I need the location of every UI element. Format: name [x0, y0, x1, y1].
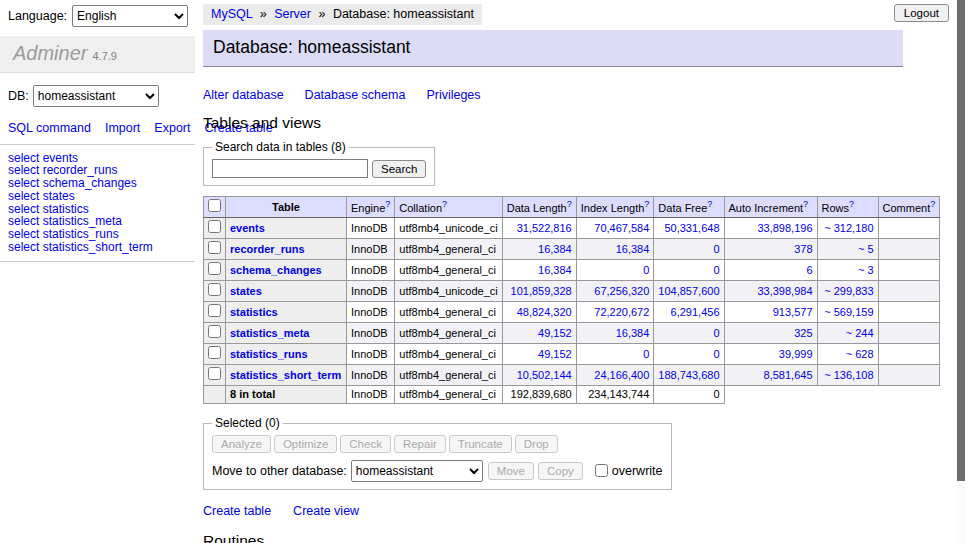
help-link[interactable]: ?: [930, 199, 935, 209]
help-link[interactable]: ?: [644, 199, 649, 209]
tables-and-views-heading: Tables and views: [203, 114, 903, 132]
db-select[interactable]: homeassistant: [33, 85, 159, 107]
row-checkbox[interactable]: [208, 367, 221, 380]
table-name-cell: statistics_meta: [226, 323, 347, 344]
selected-actions: AnalyzeOptimizeCheckRepairTruncateDrop: [212, 435, 663, 453]
column-header-collation: Collation?: [395, 197, 502, 218]
breadcrumb-mysql-link[interactable]: MySQL: [211, 7, 252, 21]
sidebar-select-states-link[interactable]: select states: [8, 190, 195, 203]
column-header-engine: Engine?: [347, 197, 395, 218]
repair-button: Repair: [394, 435, 446, 453]
create-table-link[interactable]: Create table: [203, 504, 271, 518]
column-header-index-length: Index Length?: [576, 197, 654, 218]
total-collation-cell: utf8mb4_general_ci: [395, 386, 502, 404]
breadcrumb-server-link[interactable]: Server: [274, 7, 311, 21]
column-label: Collation: [399, 201, 442, 213]
import-link[interactable]: Import: [105, 121, 140, 135]
column-label: Auto Increment: [729, 201, 804, 213]
table-name-link[interactable]: states: [230, 285, 262, 297]
table-name-link[interactable]: statistics_runs: [230, 348, 308, 360]
column-header-table: Table: [226, 197, 347, 218]
table-name-cell: statistics_runs: [226, 344, 347, 365]
collation-cell: utf8mb4_unicode_ci: [395, 281, 502, 302]
auto-increment-cell: 8,581,645: [724, 365, 817, 386]
breadcrumb-separator: »: [260, 7, 267, 21]
alter-database-link[interactable]: Alter database: [203, 88, 284, 102]
help-link[interactable]: ?: [442, 199, 447, 209]
row-checkbox[interactable]: [208, 262, 221, 275]
comment-cell: [878, 365, 940, 386]
privileges-link[interactable]: Privileges: [426, 88, 480, 102]
table-name-link[interactable]: statistics_short_term: [230, 369, 341, 381]
select-all-checkbox[interactable]: [208, 199, 221, 212]
select-all-cell: [204, 197, 226, 218]
page-title: Database: homeassistant: [203, 30, 903, 67]
database-actions: Alter databaseDatabase schemaPrivileges: [203, 88, 903, 102]
row-checkbox[interactable]: [208, 283, 221, 296]
engine-cell: InnoDB: [347, 344, 395, 365]
create-links: Create tableCreate view: [203, 504, 903, 518]
help-link[interactable]: ?: [849, 199, 854, 209]
row-checkbox[interactable]: [208, 325, 221, 338]
row-checkbox-cell: [204, 365, 226, 386]
table-name-link[interactable]: statistics: [230, 306, 278, 318]
row-checkbox[interactable]: [208, 304, 221, 317]
engine-cell: InnoDB: [347, 281, 395, 302]
auto-increment-cell: 325: [724, 323, 817, 344]
sidebar-actions: SQL commandImportExportCreate table: [8, 121, 187, 136]
table-row-statistics-runs: statistics_runsInnoDButf8mb4_general_ci4…: [204, 344, 940, 365]
table-name-cell: recorder_runs: [226, 239, 347, 260]
help-link[interactable]: ?: [385, 199, 390, 209]
auto-increment-cell: 913,577: [724, 302, 817, 323]
scrollbar-thumb[interactable]: [957, 0, 965, 481]
help-link[interactable]: ?: [567, 199, 572, 209]
breadcrumb: MySQL » Server » Database: homeassistant: [203, 4, 482, 25]
app-name: Adminer: [13, 42, 87, 64]
sidebar: Language:English Adminer4.7.9 DB:homeass…: [0, 0, 195, 262]
check-button: Check: [340, 435, 391, 453]
data-length-cell: 31,522,816: [502, 218, 576, 239]
main-content: MySQL » Server » Database: homeassistant…: [203, 0, 903, 543]
index-length-cell: 67,256,320: [576, 281, 654, 302]
sidebar-divider: [0, 144, 195, 145]
row-checkbox[interactable]: [208, 241, 221, 254]
auto-increment-cell: 6: [724, 260, 817, 281]
help-link[interactable]: ?: [707, 199, 712, 209]
column-header-rows: Rows?: [817, 197, 878, 218]
tables-tbody: eventsInnoDButf8mb4_unicode_ci31,522,816…: [204, 218, 940, 404]
overwrite-checkbox[interactable]: [595, 464, 608, 477]
row-checkbox[interactable]: [208, 220, 221, 233]
create-view-link[interactable]: Create view: [293, 504, 359, 518]
column-header-comment: Comment?: [878, 197, 940, 218]
language-select[interactable]: English: [72, 5, 188, 27]
data-free-cell: 0: [654, 239, 724, 260]
row-checkbox-cell: [204, 239, 226, 260]
total-data-free-cell: 0: [654, 386, 724, 404]
database-schema-link[interactable]: Database schema: [305, 88, 406, 102]
search-button[interactable]: Search: [372, 160, 426, 178]
sidebar-select-schema-changes-link[interactable]: select schema_changes: [8, 177, 195, 190]
sidebar-select-statistics-short-term-link[interactable]: select statistics_short_term: [8, 241, 195, 254]
search-input[interactable]: [212, 159, 368, 178]
collation-cell: utf8mb4_general_ci: [395, 260, 502, 281]
table-name-link[interactable]: recorder_runs: [230, 243, 305, 255]
move-database-select[interactable]: homeassistant: [351, 460, 483, 482]
table-name-link[interactable]: statistics_meta: [230, 327, 310, 339]
table-name-link[interactable]: schema_changes: [230, 264, 322, 276]
total-data-length-cell: 192,839,680: [502, 386, 576, 404]
sql-command-link[interactable]: SQL command: [8, 121, 91, 135]
table-total-row: 8 in totalInnoDButf8mb4_general_ci192,83…: [204, 386, 940, 404]
table-name-link[interactable]: events: [230, 222, 265, 234]
row-checkbox[interactable]: [208, 346, 221, 359]
auto-increment-cell: 33,898,196: [724, 218, 817, 239]
data-length-cell: 101,859,328: [502, 281, 576, 302]
row-checkbox-cell: [204, 302, 226, 323]
index-length-cell: 0: [576, 344, 654, 365]
tables-header-row: TableEngine?Collation?Data Length?Index …: [204, 197, 940, 218]
export-link[interactable]: Export: [154, 121, 190, 135]
help-link[interactable]: ?: [803, 199, 808, 209]
rows-cell: ~ 628: [817, 344, 878, 365]
rows-cell: ~ 299,833: [817, 281, 878, 302]
collation-cell: utf8mb4_general_ci: [395, 344, 502, 365]
comment-cell: [878, 344, 940, 365]
